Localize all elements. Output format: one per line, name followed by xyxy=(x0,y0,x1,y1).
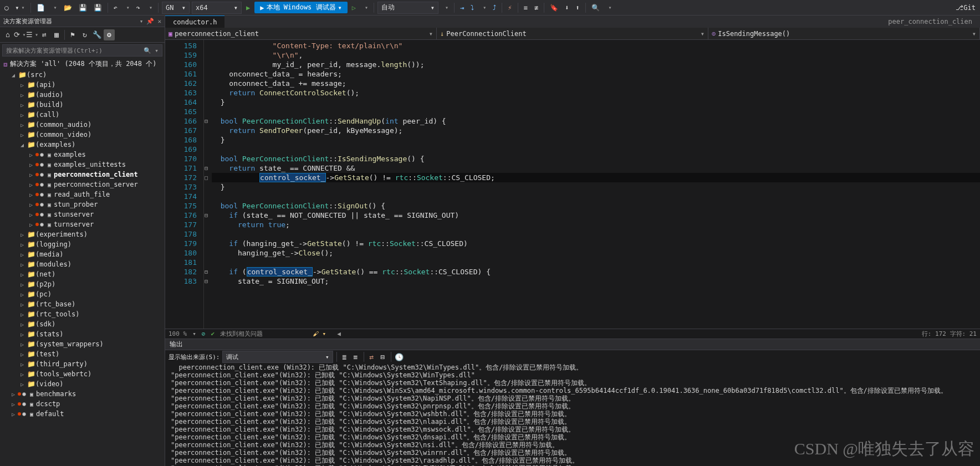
run-dropdown[interactable] xyxy=(360,2,370,14)
tree-folder[interactable]: ▷📁 (common_audio) xyxy=(0,120,165,130)
code-line[interactable] xyxy=(212,107,980,116)
code-line[interactable] xyxy=(212,192,980,201)
fold-icon[interactable]: ⊟ xyxy=(205,211,208,220)
expander-icon[interactable]: ▷ xyxy=(18,381,27,387)
code-line[interactable]: "\r\n", xyxy=(212,50,980,60)
expander-icon[interactable]: ▷ xyxy=(18,112,27,118)
tree-project[interactable]: ▷▣ turnserver xyxy=(0,219,165,229)
tab-ghost[interactable]: peer_connection_clien xyxy=(880,16,980,28)
nav-class[interactable]: ↓PeerConnectionClient▾ xyxy=(437,28,708,39)
expander-icon[interactable]: ▷ xyxy=(27,202,35,208)
switch-view-icon[interactable]: ⟳ xyxy=(14,29,25,40)
code-editor[interactable]: 1581591601611621631641651661671681691701… xyxy=(165,40,980,329)
expander-icon[interactable]: ▷ xyxy=(27,222,35,228)
tree-folder[interactable]: ▷📁 (rtc_base) xyxy=(0,299,165,309)
tree-folder[interactable]: ▷📁 (video) xyxy=(0,379,165,389)
fold-icon[interactable]: ⊟ xyxy=(205,267,208,276)
new-file-dropdown[interactable] xyxy=(49,2,59,14)
git-icon[interactable]: ⎇ Git xyxy=(953,2,978,14)
bookmark-prev-icon[interactable]: ⬆ xyxy=(573,2,581,14)
expander-icon[interactable]: ▷ xyxy=(18,281,27,288)
tree-folder[interactable]: ▷📁 (sdk) xyxy=(0,319,165,329)
code-line[interactable] xyxy=(212,145,980,154)
history-dropdown[interactable]: ▾ xyxy=(13,2,27,14)
code-line[interactable]: onconnect_data_ += message; xyxy=(212,79,980,88)
new-file-icon[interactable]: 📄 xyxy=(34,2,47,14)
save-all-icon[interactable]: 💾 xyxy=(91,2,104,14)
tree-folder[interactable]: ▷📁 (audio) xyxy=(0,90,165,100)
code-line[interactable]: onconnect_data_ = headers; xyxy=(212,69,980,79)
expander-icon[interactable]: ▷ xyxy=(18,102,27,108)
tree-folder[interactable]: ▷📁 (api) xyxy=(0,80,165,90)
undo-dropdown[interactable] xyxy=(122,2,132,14)
fold-icon[interactable]: ⊟ xyxy=(205,163,208,173)
expander-icon[interactable]: ▷ xyxy=(18,331,27,337)
code-line[interactable]: return ConnectControlSocket(); xyxy=(212,88,980,98)
nav-project[interactable]: ▣peerconnection_client▾ xyxy=(165,28,437,39)
step-over-icon[interactable]: ⤵ xyxy=(468,2,476,14)
expander-icon[interactable]: ▷ xyxy=(27,152,35,158)
expander-icon[interactable]: ▷ xyxy=(18,371,27,377)
expander-icon[interactable]: ▷ xyxy=(27,182,35,188)
brush-icon[interactable]: 🖌 ▾ xyxy=(313,330,326,337)
bookmark-icon[interactable]: 🔖 xyxy=(548,2,560,14)
clear-icon[interactable]: ≣ xyxy=(340,352,349,361)
tree-folder[interactable]: ▷📁 (stats) xyxy=(0,329,165,339)
code-line[interactable]: "Content-Type: text/plain\r\n" xyxy=(212,41,980,50)
expander-icon[interactable]: ▷ xyxy=(18,341,27,347)
find-icon[interactable]: 🔍 xyxy=(589,2,602,14)
expander-icon[interactable]: ▷ xyxy=(9,401,18,407)
code-line[interactable]: hanging_get_->Close(); xyxy=(212,248,980,258)
code-line[interactable]: } xyxy=(212,182,980,192)
redo-icon[interactable]: ↷ xyxy=(134,2,142,14)
code-line[interactable]: bool PeerConnectionClient::SignOut() { xyxy=(212,201,980,211)
tree-folder[interactable]: ▷📁 (net) xyxy=(0,269,165,279)
build-icon[interactable]: ▶ xyxy=(244,2,252,14)
expander-icon[interactable]: ▷ xyxy=(18,321,27,327)
redo-dropdown[interactable] xyxy=(145,2,155,14)
expander-icon[interactable]: ◢ xyxy=(18,142,27,148)
toolbox-icon[interactable]: ⚡ xyxy=(506,2,514,14)
expander-icon[interactable]: ▷ xyxy=(18,272,27,278)
home-icon[interactable]: ⌂ xyxy=(2,29,13,40)
platform-dropdown[interactable]: x64▾ xyxy=(192,2,242,14)
wrench-icon[interactable]: 🔧 xyxy=(91,29,103,40)
code-line[interactable]: my_id_, peer_id, message.length()); xyxy=(212,60,980,69)
run-no-debug-icon[interactable]: ▷ xyxy=(350,2,358,14)
expander-icon[interactable]: ▷ xyxy=(18,291,27,298)
bookmark-next-icon[interactable]: ⬇ xyxy=(563,2,571,14)
expander-icon[interactable]: ▷ xyxy=(18,351,27,357)
solution-root[interactable]: ⧈解决方案 'all' (2048 个项目，共 2048 个) xyxy=(0,58,165,70)
toggle-icon[interactable]: ⇄ xyxy=(368,352,376,361)
code-line[interactable]: return SendToPeer(peer_id, kByeMessage); xyxy=(212,126,980,135)
tree-folder[interactable]: ▷📁 (media) xyxy=(0,249,165,259)
expander-icon[interactable]: ▷ xyxy=(18,92,27,98)
comment-icon[interactable]: ≡ xyxy=(522,2,530,14)
tree-folder[interactable]: ▷📁 (system_wrappers) xyxy=(0,339,165,349)
fold-icon[interactable]: ⊟ xyxy=(205,116,208,126)
nav-method[interactable]: ⊙IsSendingMessage()▾ xyxy=(708,28,980,39)
expander-icon[interactable]: ▷ xyxy=(18,311,27,318)
pause-icon[interactable]: ⊟ xyxy=(379,352,387,361)
output-body[interactable]: peerconnection_client.exe (Win32): 已加载 "… xyxy=(165,363,980,466)
tree-folder[interactable]: ▷📁 (call) xyxy=(0,110,165,120)
tree-folder[interactable]: ▷📁 (logging) xyxy=(0,239,165,249)
step-dropdown[interactable] xyxy=(478,2,488,14)
code-line[interactable]: } xyxy=(212,135,980,145)
code-line[interactable]: if (control_socket_->GetState() == rtc::… xyxy=(212,267,980,276)
expander-icon[interactable]: ▷ xyxy=(27,192,35,198)
code-line[interactable]: state_ = SIGNING_OUT; xyxy=(212,276,980,286)
tree-folder[interactable]: ▷📁 (modules) xyxy=(0,259,165,269)
code-line[interactable]: bool PeerConnectionClient::IsSendingMess… xyxy=(212,154,980,163)
debugger-button[interactable]: ▶本地 Windows 调试器▾ xyxy=(254,2,348,13)
tree-folder[interactable]: ▷📁 (rtc_tools) xyxy=(0,309,165,319)
tree-folder[interactable]: ▷📁 (p2p) xyxy=(0,279,165,289)
find-dropdown[interactable] xyxy=(604,2,614,14)
tree-project[interactable]: ▷▣ dcsctp xyxy=(0,399,165,409)
expander-icon[interactable]: ▷ xyxy=(18,132,27,138)
code-body[interactable]: "Content-Type: text/plain\r\n" "\r\n", m… xyxy=(212,40,980,329)
expander-icon[interactable]: ▷ xyxy=(27,172,35,178)
tree-folder[interactable]: ▷📁 (build) xyxy=(0,100,165,110)
tree-folder[interactable]: ▷📁 (tools_webrtc) xyxy=(0,369,165,379)
output-source-dropdown[interactable]: 调试▾ xyxy=(222,351,333,363)
